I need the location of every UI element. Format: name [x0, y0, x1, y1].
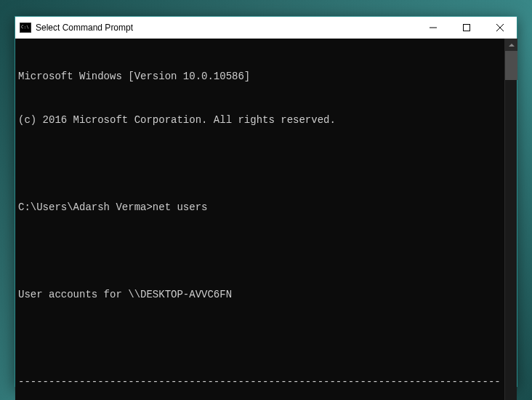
blank-line	[18, 331, 501, 345]
blank-line	[18, 156, 501, 171]
maximize-icon	[463, 24, 470, 31]
close-icon	[496, 24, 504, 31]
minimize-button[interactable]	[416, 17, 450, 39]
scrollbar-thumb[interactable]	[505, 51, 517, 80]
accounts-header: User accounts for \\DESKTOP-AVVC6FN	[18, 287, 501, 302]
close-button[interactable]	[483, 17, 517, 39]
divider-line: ----------------------------------------…	[18, 375, 501, 389]
command-prompt-window: Select Command Prompt Microsoft Windows …	[15, 16, 517, 387]
version-line: Microsoft Windows [Version 10.0.10586]	[18, 69, 501, 84]
terminal-content[interactable]: Microsoft Windows [Version 10.0.10586] (…	[15, 39, 504, 400]
svg-rect-1	[464, 25, 470, 31]
maximize-button[interactable]	[450, 17, 483, 39]
terminal-area: Microsoft Windows [Version 10.0.10586] (…	[15, 39, 517, 400]
prompt-line: C:\Users\Adarsh Verma>net users	[18, 200, 501, 215]
prompt-path: C:\Users\Adarsh Verma>	[18, 201, 153, 213]
window-title: Select Command Prompt	[36, 23, 416, 33]
blank-line	[18, 244, 501, 258]
cmd-icon	[20, 23, 31, 33]
titlebar[interactable]: Select Command Prompt	[15, 17, 517, 39]
command-input: net users	[153, 201, 208, 213]
minimize-icon	[430, 24, 437, 31]
copyright-line: (c) 2016 Microsoft Corporation. All righ…	[18, 113, 501, 127]
window-controls	[416, 17, 517, 39]
scrollbar-up-button[interactable]	[505, 39, 517, 51]
vertical-scrollbar[interactable]	[504, 39, 517, 400]
chevron-up-icon	[509, 44, 515, 47]
